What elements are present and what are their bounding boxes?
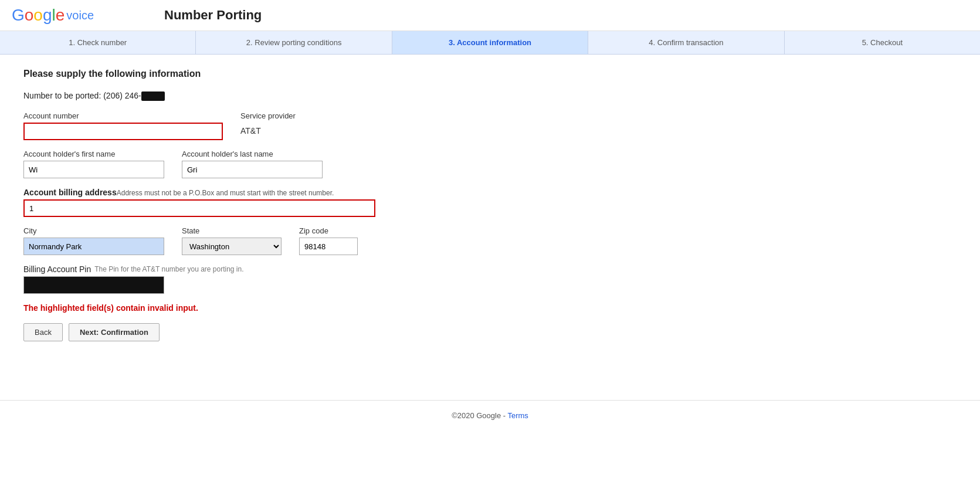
- page-title: Number Porting: [164, 8, 262, 23]
- last-name-group: Account holder's last name: [182, 150, 323, 178]
- pin-row: Billing Account Pin The Pin for the AT&T…: [23, 265, 504, 294]
- pin-label-group: Billing Account Pin The Pin for the AT&T…: [23, 265, 244, 274]
- next-button[interactable]: Next: Confirmation: [69, 323, 160, 341]
- account-number-input[interactable]: [23, 123, 223, 140]
- first-name-group: Account holder's first name: [23, 150, 164, 178]
- pin-input[interactable]: [23, 276, 164, 294]
- billing-address-row: Account billing addressAddress must not …: [23, 188, 504, 217]
- billing-address-hint: Address must not be a P.O.Box and must s…: [117, 189, 334, 197]
- steps-nav: 1. Check number 2. Review porting condit…: [0, 31, 980, 55]
- account-number-label: Account number: [23, 111, 223, 120]
- last-name-input[interactable]: [182, 161, 323, 178]
- button-row: Back Next: Confirmation: [23, 323, 504, 341]
- logo: Google voice: [12, 6, 94, 25]
- state-label: State: [182, 226, 282, 235]
- number-ported: Number to be ported: (206) 246-: [23, 91, 504, 101]
- pin-label: Billing Account Pin: [23, 265, 91, 274]
- account-service-row: Account number Service provider AT&T: [23, 111, 504, 140]
- pin-hint: The Pin for the AT&T number you are port…: [94, 265, 243, 273]
- google-wordmark: Google: [12, 6, 65, 25]
- step-confirm-transaction[interactable]: 4. Confirm transaction: [588, 31, 784, 54]
- state-group: State Washington AlabamaAlaskaArizonaArk…: [182, 226, 282, 255]
- zip-input[interactable]: [299, 238, 358, 255]
- city-group: City: [23, 226, 164, 255]
- billing-address-label: Account billing addressAddress must not …: [23, 188, 334, 197]
- service-provider-group: Service provider AT&T: [240, 111, 296, 135]
- billing-address-label-group: Account billing addressAddress must not …: [23, 188, 334, 197]
- section-title: Please supply the following information: [23, 69, 504, 79]
- name-row: Account holder's first name Account hold…: [23, 150, 504, 178]
- city-label: City: [23, 226, 164, 235]
- first-name-input[interactable]: [23, 161, 164, 178]
- footer-terms-link[interactable]: Terms: [507, 411, 528, 420]
- zip-group: Zip code: [299, 226, 358, 255]
- last-name-label: Account holder's last name: [182, 150, 323, 158]
- header: Google voice Number Porting: [0, 0, 980, 31]
- step-review-conditions[interactable]: 2. Review porting conditions: [196, 31, 392, 54]
- footer: ©2020 Google - Terms: [0, 400, 980, 430]
- city-state-zip-row: City State Washington AlabamaAlaskaArizo…: [23, 226, 504, 255]
- step-check-number[interactable]: 1. Check number: [0, 31, 196, 54]
- service-provider-value: AT&T: [240, 126, 296, 135]
- step-checkout[interactable]: 5. Checkout: [785, 31, 980, 54]
- error-message: The highlighted field(s) contain invalid…: [23, 303, 504, 313]
- number-ported-value: (206) 246-: [103, 91, 141, 100]
- redacted-number: [141, 91, 165, 101]
- state-select[interactable]: Washington AlabamaAlaskaArizonaArkansas …: [182, 238, 282, 255]
- zip-label: Zip code: [299, 226, 358, 235]
- account-number-group: Account number: [23, 111, 223, 140]
- number-ported-label: Number to be ported:: [23, 91, 101, 100]
- first-name-label: Account holder's first name: [23, 150, 164, 158]
- service-provider-label: Service provider: [240, 111, 296, 120]
- main-content: Please supply the following information …: [0, 55, 528, 365]
- city-input[interactable]: [23, 238, 164, 255]
- step-account-info[interactable]: 3. Account information: [392, 31, 588, 54]
- billing-address-input[interactable]: [23, 199, 375, 217]
- footer-copyright: ©2020 Google -: [452, 411, 507, 420]
- voice-wordmark: voice: [66, 9, 94, 22]
- back-button[interactable]: Back: [23, 323, 63, 341]
